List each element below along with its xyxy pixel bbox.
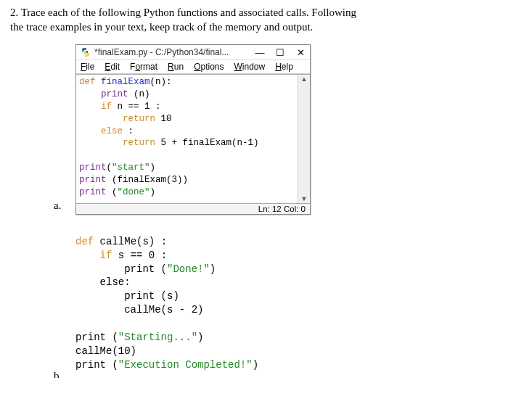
question-number: 2. [10, 7, 18, 18]
code-block-b: def callMe(s) : if s == 0 : print ("Done… [75, 235, 506, 372]
titlebar[interactable]: *finalExam.py - C:/Python34/final... — ☐… [76, 45, 310, 60]
idle-window: *finalExam.py - C:/Python34/final... — ☐… [75, 44, 311, 215]
python-icon [81, 47, 91, 57]
vertical-scrollbar[interactable]: ▲ ▼ [298, 75, 310, 203]
scroll-down-icon[interactable]: ▼ [301, 195, 308, 202]
menu-file[interactable]: File [81, 62, 94, 72]
menu-help[interactable]: Help [275, 62, 293, 72]
window-title: *finalExam.py - C:/Python34/final... [94, 47, 255, 57]
label-b: b. [54, 370, 62, 378]
label-a: a. [54, 199, 61, 212]
question-line2: the trace examples in your text, keep tr… [10, 21, 313, 33]
code-editor[interactable]: def finalExam(n): print (n) if n == 1 : … [76, 75, 298, 203]
status-bar: Ln: 12 Col: 0 [76, 203, 310, 214]
question-line1: Trace each of the following Python funct… [21, 7, 356, 18]
menu-window[interactable]: Window [234, 62, 266, 72]
menu-run[interactable]: Run [168, 62, 184, 72]
cursor-position: Ln: 12 Col: 0 [258, 205, 306, 213]
question-text: 2. Trace each of the following Python fu… [10, 6, 506, 34]
scroll-up-icon[interactable]: ▲ [301, 75, 308, 83]
close-button[interactable]: ✕ [295, 48, 306, 57]
menu-options[interactable]: Options [194, 62, 224, 72]
menu-format[interactable]: Format [130, 62, 157, 72]
menu-edit[interactable]: Edit [105, 62, 120, 72]
maximize-button[interactable]: ☐ [275, 48, 285, 57]
minimize-button[interactable]: — [255, 48, 265, 57]
menubar: File Edit Format Run Options Window Help [76, 60, 310, 74]
